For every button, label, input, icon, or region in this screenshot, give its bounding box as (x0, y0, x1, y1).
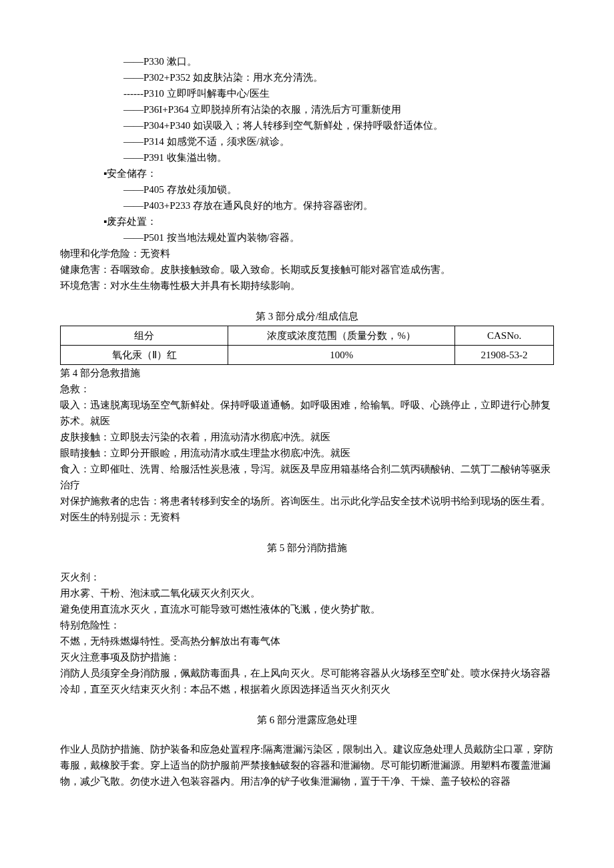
env-hazard: 环境危害：对水生生物毒性极大并具有长期持续影响。 (60, 278, 554, 294)
composition-table: 组分 浓度或浓度范围（质量分数，%） CASNo. 氧化汞（Ⅱ）红 100% 2… (60, 326, 554, 365)
th-cas: CASNo. (455, 326, 554, 346)
health-hazard: 健康危害：吞咽致命。皮肤接触致命。吸入致命。长期或反复接触可能对器官造成伤害。 (60, 262, 554, 278)
first-aid-line: 吸入：迅速脱离现场至空气新鲜处。保持呼吸道通畅。如呼吸困难，给输氧。呼吸、心跳停… (60, 397, 554, 429)
first-aid-line: 急救： (60, 381, 554, 397)
fire-line: 灭火剂： (60, 569, 554, 585)
spill-line: 作业人员防护措施、防护装备和应急处置程序:隔离泄漏污染区，限制出入。建议应急处理… (60, 741, 554, 789)
phys-chem-hazard: 物理和化学危险：无资料 (60, 246, 554, 262)
p-code-line: ——P36I+P364 立即脱掉所有沾染的衣服，清洗后方可重新使用 (123, 101, 554, 117)
storage-line: ——P403+P233 存放在通风良好的地方。保持容器密闭。 (123, 197, 554, 213)
th-component: 组分 (61, 326, 228, 346)
first-aid-line: 食入：立即催吐、洗胃、给服活性炭悬液，导泻。就医及早应用箱基络合剂二筑丙磺酸钠、… (60, 461, 554, 493)
p-code-line: ——P302+P352 如皮肤沾染：用水充分清洗。 (123, 69, 554, 85)
p-code-line: ------P310 立即呼叫解毒中心/医生 (123, 85, 554, 101)
fire-line: 特别危险性： (60, 617, 554, 633)
p-code-line: ——P391 收集溢出物。 (123, 149, 554, 165)
fire-line: 不燃，无特殊燃爆特性。受高热分解放出有毒气体 (60, 633, 554, 649)
td-cas: 21908-53-2 (455, 346, 554, 365)
td-component: 氧化汞（Ⅱ）红 (61, 346, 228, 365)
fire-line: 灭火注意事项及防护措施： (60, 649, 554, 665)
section-4-title: 第 4 部分急救措施 (60, 365, 554, 381)
section-3-title: 第 3 部分成分/组成信息 (60, 308, 554, 324)
p-code-line: ——P304+P340 如误吸入；将人转移到空气新鲜处，保持呼吸舒适体位。 (123, 117, 554, 133)
storage-line: ——P405 存放处须加锁。 (123, 181, 554, 197)
fire-line: 避免使用直流水灭火，直流水可能导致可燃性液体的飞溅，使火势扩散。 (60, 601, 554, 617)
section-6-title: 第 6 部分泄露应急处理 (60, 712, 554, 728)
first-aid-line: 皮肤接触：立即脱去污染的衣着，用流动清水彻底冲洗。就医 (60, 429, 554, 445)
fire-line: 用水雾、干粉、泡沫或二氧化碳灭火剂灭火。 (60, 585, 554, 601)
table-row: 氧化汞（Ⅱ）红 100% 21908-53-2 (61, 346, 554, 365)
th-concentration: 浓度或浓度范围（质量分数，%） (228, 326, 455, 346)
storage-label: ▪安全储存： (103, 165, 554, 181)
first-aid-line: 对保护施救者的忠告：将患者转移到安全的场所。咨询医生。出示此化学品安全技术说明书… (60, 493, 554, 509)
first-aid-line: 对医生的特别提示：无资料 (60, 509, 554, 525)
disposal-label: ▪废弃处置： (103, 213, 554, 230)
td-concentration: 100% (228, 346, 455, 365)
disposal-line: ——P501 按当地法规处置内装物/容器。 (123, 230, 554, 246)
p-code-line: ——P330 漱口。 (123, 53, 554, 69)
section-5-title: 第 5 部分消防措施 (60, 540, 554, 556)
first-aid-line: 眼晴接触：立即分开眼睑，用流动清水或生理盐水彻底冲洗。就医 (60, 445, 554, 461)
p-code-line: ——P314 如感觉不适，须求医/就诊。 (123, 133, 554, 149)
table-header-row: 组分 浓度或浓度范围（质量分数，%） CASNo. (61, 326, 554, 346)
fire-line: 消防人员须穿全身消防服，佩戴防毒面具，在上风向灭火。尽可能将容器从火场移至空旷处… (60, 665, 554, 697)
